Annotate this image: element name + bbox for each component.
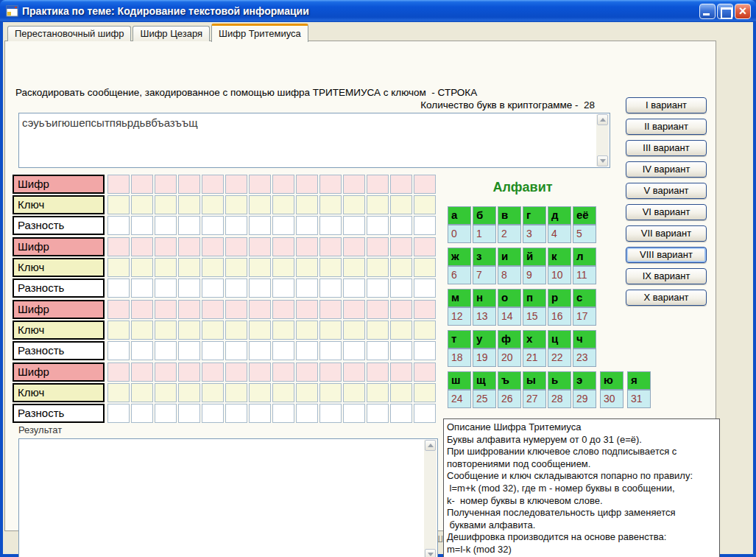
cipher-cell — [131, 216, 153, 235]
alphabet-letter-cell: к — [548, 248, 571, 266]
cipher-cell — [296, 195, 318, 214]
cipher-cell — [272, 175, 294, 194]
cipher-cell — [249, 278, 271, 298]
alphabet-letter-cell: ш — [448, 371, 471, 390]
cipher-cell — [367, 362, 389, 382]
cipher-row: Ключ — [13, 195, 437, 214]
cipher-cell — [390, 383, 412, 402]
alphabet-letter-cell: р — [548, 289, 571, 307]
variant-button-4[interactable]: IV вариант — [626, 161, 707, 178]
cipher-cell — [319, 383, 342, 402]
scroll-up-icon — [428, 444, 434, 447]
alphabet-row-pair: шщъыьэюя2425262728293031 — [448, 371, 652, 408]
scroll-up-button[interactable] — [425, 440, 436, 451]
alphabet-number-cell: 8 — [498, 266, 521, 284]
variant-button-3[interactable]: III вариант — [626, 140, 707, 156]
result-textarea[interactable] — [18, 438, 438, 557]
cipher-cell — [155, 320, 177, 340]
alphabet-number-cell: 22 — [548, 348, 571, 367]
variant-button-1[interactable]: I вариант — [626, 97, 707, 113]
description-line: Полученная последовательность цифр замен… — [447, 507, 716, 519]
cipher-cell — [296, 216, 318, 235]
alphabet-number-cell: 11 — [573, 266, 596, 284]
variant-button-2[interactable]: II вариант — [626, 119, 707, 135]
tab-2[interactable]: Шифр Цезаря — [133, 26, 210, 41]
ciphertext-value: сэуьъигюшепсытпяьрдьвбъазъъщ — [19, 113, 610, 129]
cipher-cell — [414, 278, 436, 298]
cipher-cell — [249, 258, 271, 277]
cipher-cell — [367, 258, 389, 277]
cipher-cell — [107, 341, 130, 360]
cipher-cell — [390, 237, 412, 256]
alphabet-number-cell: 18 — [448, 348, 471, 367]
alphabet-letter-cell: я — [627, 371, 651, 390]
cipher-cell — [178, 362, 200, 382]
cipher-cell — [296, 341, 318, 360]
cipher-description-box: Описание Шифра ТритемиусаБуквы алфавита … — [443, 418, 720, 557]
cipher-cell — [343, 175, 365, 194]
tab-1[interactable]: Перестановочный шифр — [7, 26, 131, 41]
alphabet-table: абвгдеё012345жзийкл67891011мнопрс1213141… — [448, 206, 652, 413]
cipher-row: Разность — [13, 341, 437, 360]
cipher-cell — [343, 278, 365, 298]
cipher-cell — [296, 362, 318, 382]
alphabet-number-cell: 1 — [473, 225, 496, 243]
cipher-cell — [272, 300, 294, 319]
cipher-cell — [343, 362, 365, 382]
cipher-cell — [131, 320, 153, 340]
cipher-cell — [131, 404, 153, 423]
cipher-row-cells — [107, 404, 437, 423]
alphabet-letter-cell: н — [473, 289, 496, 307]
cipher-cell — [414, 320, 436, 340]
cipher-cell — [272, 278, 294, 298]
cipher-row-label: Разность — [13, 341, 105, 360]
alphabet-letter-cell: её — [573, 206, 596, 225]
cipher-row: Ключ — [13, 258, 437, 277]
cipher-cell — [107, 404, 130, 423]
scroll-down-button[interactable] — [597, 155, 608, 167]
cipher-cell — [272, 383, 294, 402]
scroll-down-icon — [428, 553, 434, 556]
tab-3[interactable]: Шифр Тритемиуса — [211, 24, 308, 42]
cipher-cell — [155, 383, 177, 402]
cipher-row-label: Шифр — [13, 362, 105, 382]
alphabet-letter-cell: э — [573, 371, 596, 390]
cipher-row-label: Ключ — [13, 320, 105, 340]
close-button[interactable] — [735, 4, 751, 19]
alphabet-letter-row: абвгдеё — [448, 206, 652, 225]
cipher-cell — [202, 278, 224, 298]
alphabet-number-cell: 6 — [448, 266, 471, 284]
alphabet-letter-row: туфхцч — [448, 330, 652, 348]
ciphertext-textarea[interactable]: сэуьъигюшепсытпяьрдьвбъазъъщ — [18, 113, 610, 168]
cipher-cell — [131, 278, 153, 298]
cipher-cell — [414, 341, 436, 360]
cipher-cell — [131, 175, 153, 194]
vertical-scrollbar[interactable] — [596, 114, 609, 167]
description-line: Описание Шифра Тритемиуса — [447, 421, 716, 434]
alphabet-row-pair: абвгдеё012345 — [448, 206, 652, 243]
scroll-up-button[interactable] — [597, 114, 608, 125]
cipher-cell — [390, 216, 412, 235]
cipher-cell — [249, 216, 271, 235]
window-controls — [699, 4, 751, 19]
cipher-cell — [178, 175, 200, 194]
cipher-cell — [296, 320, 318, 340]
cipher-cell — [155, 216, 177, 235]
app-window: Практика по теме: Кодирование текстовой … — [0, 0, 756, 557]
cipher-cell — [107, 175, 130, 194]
vertical-scrollbar[interactable] — [424, 440, 437, 557]
cipher-cell — [131, 383, 153, 402]
cipher-cell — [414, 216, 436, 235]
variant-button-5[interactable]: V вариант — [626, 183, 707, 199]
cipher-row-cells — [107, 175, 437, 194]
alphabet-number-cell: 10 — [548, 266, 571, 284]
alphabet-letter-cell: д — [548, 206, 571, 225]
minimize-button[interactable] — [699, 4, 716, 19]
alphabet-letter-cell: б — [473, 206, 496, 225]
scroll-down-button[interactable] — [425, 549, 436, 557]
cipher-cell — [390, 195, 412, 214]
alphabet-letter-cell: ъ — [498, 371, 521, 390]
cipher-cell — [178, 195, 200, 214]
maximize-button[interactable] — [717, 4, 733, 19]
cipher-cell — [296, 300, 318, 319]
